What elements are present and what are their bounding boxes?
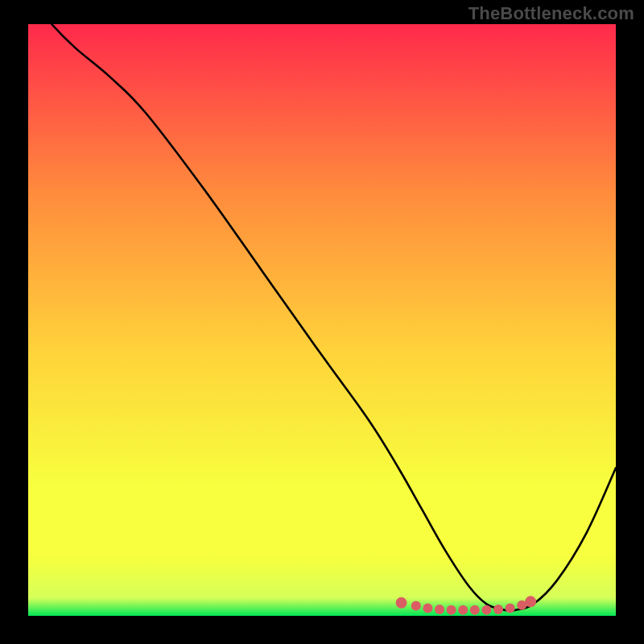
watermark-text: TheBottleneck.com: [469, 3, 634, 24]
chart-curve: [28, 24, 616, 616]
data-marker: [447, 605, 456, 615]
data-marker: [481, 605, 491, 615]
data-marker: [458, 605, 468, 615]
chart-frame: TheBottleneck.com: [0, 0, 644, 644]
data-marker: [423, 603, 432, 613]
data-marker: [396, 597, 407, 609]
data-marker: [525, 596, 536, 607]
data-marker: [493, 605, 503, 614]
data-marker: [435, 605, 444, 614]
data-marker: [411, 601, 421, 611]
data-marker: [470, 605, 480, 615]
data-marker: [506, 603, 515, 613]
plot-area: [28, 24, 616, 616]
